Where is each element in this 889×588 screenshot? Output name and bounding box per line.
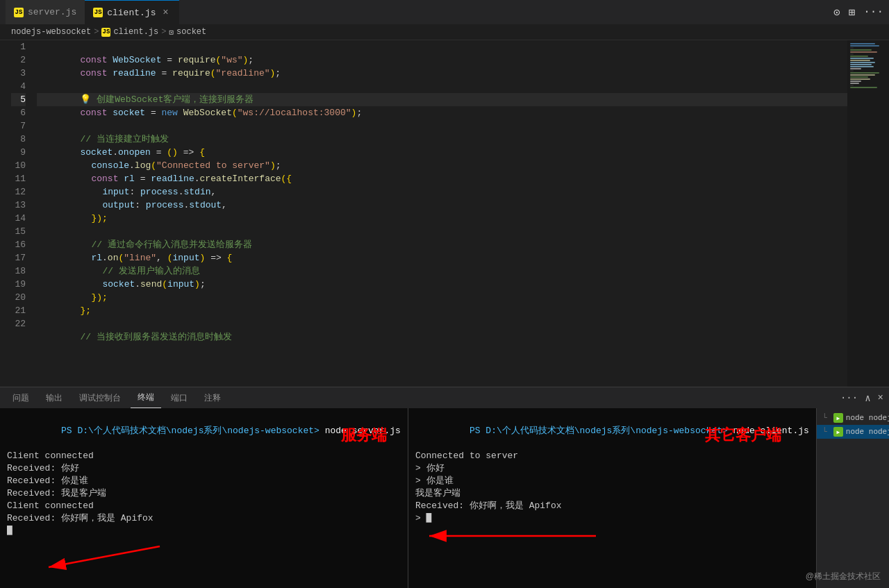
term-right-line-4: 我是客户端 — [415, 487, 809, 500]
terminal-list: └ ▶ node nodejs-websocket └ ▶ node nodej… — [816, 408, 889, 588]
panel-close-icon[interactable]: × — [878, 392, 883, 404]
editor-area: 1 2 3 4 5 6 7 8 9 10 11 12 13 14 15 16 1… — [0, 40, 889, 387]
watermark: @稀土掘金技术社区 — [806, 571, 881, 582]
tab-label-client: client.js — [107, 8, 156, 18]
breadcrumb-symbol: socket — [176, 27, 206, 37]
panel-more-icon[interactable]: ··· — [840, 392, 858, 404]
node-icon-2: ▶ — [833, 427, 843, 437]
breadcrumb-sep2: > — [161, 27, 166, 37]
panel-tabs: 问题 输出 调试控制台 终端 端口 注释 ··· ∧ × — [0, 387, 889, 408]
breadcrumb-sym-icon: ⊡ — [169, 28, 174, 37]
js-icon: JS — [14, 8, 24, 17]
term-left-line-6: Received: 你好啊，我是 Apifox — [7, 512, 401, 525]
annotation-server: 服务端 — [341, 429, 387, 442]
code-container: 1 2 3 4 5 6 7 8 9 10 11 12 13 14 15 16 1… — [0, 40, 889, 387]
term-left-line-4: Received: 我是客户端 — [7, 487, 401, 500]
code-line-22: // 当接收到服务器发送的消息时触发 — [37, 317, 847, 330]
svg-line-1 — [49, 546, 160, 567]
term-left-line-2: Received: 你好 — [7, 462, 401, 475]
term-right-line-5: Received: 你好啊，我是 Apifox — [415, 500, 809, 512]
title-bar: JS server.js JS client.js × ⊙ ⊞ ··· — [0, 0, 889, 24]
annotation-client: 其它客户端 — [705, 429, 781, 442]
js-icon-active: JS — [93, 8, 103, 17]
panel-tab-debug[interactable]: 调试控制台 — [72, 387, 128, 408]
term-right-cursor: > █ — [415, 512, 809, 525]
breadcrumb: nodejs-websocket > JS client.js > ⊡ sock… — [0, 24, 889, 40]
terminals-split: PS D:\个人代码技术文档\nodejs系列\nodejs-websocket… — [0, 408, 816, 588]
panel-tab-terminal[interactable]: 终端 — [131, 387, 161, 408]
arrow-client — [422, 522, 603, 550]
tab-client-js[interactable]: JS client.js × — [85, 0, 179, 24]
panel-tab-comments[interactable]: 注释 — [197, 387, 228, 408]
layout-icon[interactable]: ⊞ — [849, 6, 856, 19]
term-right-line-2: > 你好 — [415, 462, 809, 475]
panel-collapse-icon[interactable]: ∧ — [865, 392, 870, 404]
code-line-15: // 通过命令行输入消息并发送给服务器 — [37, 225, 847, 238]
breadcrumb-path: nodejs-websocket — [11, 27, 91, 37]
code-line-7: // 当连接建立时触发 — [37, 119, 847, 133]
term-left-line-3: Received: 你是谁 — [7, 475, 401, 487]
terminal-right[interactable]: PS D:\个人代码技术文档\nodejs系列\nodejs-websocket… — [408, 408, 816, 588]
terminal-list-label-2: node nodejs-websocket — [846, 428, 889, 436]
term-right-line-3: > 你是谁 — [415, 475, 809, 487]
panel-tab-output[interactable]: 输出 — [39, 387, 69, 408]
term-left-line-1: Client connected — [7, 450, 401, 462]
panel-tab-actions: ··· ∧ × — [840, 392, 883, 404]
code-line-14 — [37, 212, 847, 225]
minimap — [847, 40, 889, 387]
terminal-body: PS D:\个人代码技术文档\nodejs系列\nodejs-websocket… — [0, 408, 889, 588]
terminal-list-item-1[interactable]: └ ▶ node nodejs-websocket — [817, 411, 889, 425]
term-left-line-5: Client connected — [7, 500, 401, 512]
code-line-20: }; — [37, 291, 847, 304]
terminal-list-item-2[interactable]: └ ▶ node nodejs-websocket — [817, 425, 889, 439]
close-icon[interactable]: × — [160, 7, 171, 18]
tab-label-server: server.js — [28, 7, 76, 17]
panel: 问题 输出 调试控制台 终端 端口 注释 ··· ∧ × PS D: — [0, 387, 889, 588]
arrow-server — [42, 532, 167, 574]
line-numbers: 1 2 3 4 5 6 7 8 9 10 11 12 13 14 15 16 1… — [0, 40, 31, 387]
more-icon[interactable]: ··· — [863, 6, 883, 19]
panel-tab-problems[interactable]: 问题 — [6, 387, 36, 408]
code-line-21 — [37, 304, 847, 317]
terminal-list-label-1: node nodejs-websocket — [846, 414, 889, 422]
code-line-4: 💡 创建WebSocket客户端，连接到服务器 — [37, 80, 847, 93]
breadcrumb-js-icon: JS — [101, 28, 110, 37]
breadcrumb-sep1: > — [94, 27, 99, 37]
tab-server-js[interactable]: JS server.js — [6, 0, 85, 24]
term-right-line-1: Connected to server — [415, 450, 809, 462]
code-line-1: const WebSocket = require("ws"); — [37, 40, 847, 53]
terminal-left[interactable]: PS D:\个人代码技术文档\nodejs系列\nodejs-websocket… — [0, 408, 408, 588]
title-bar-actions: ⊙ ⊞ ··· — [833, 6, 883, 19]
breadcrumb-file: client.js — [113, 27, 158, 37]
code-editor[interactable]: const WebSocket = require("ws"); const r… — [31, 40, 847, 387]
search-icon[interactable]: ⊙ — [833, 6, 840, 19]
term-left-cursor: █ — [7, 525, 401, 537]
node-icon-1: ▶ — [833, 413, 843, 423]
panel-tab-ports[interactable]: 端口 — [164, 387, 194, 408]
